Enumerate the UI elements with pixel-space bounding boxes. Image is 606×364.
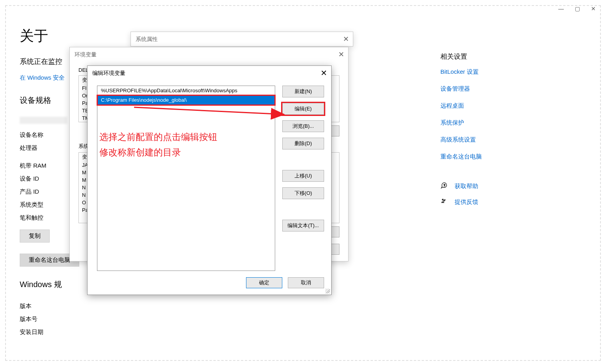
resize-grip-icon[interactable] [325, 289, 330, 293]
edit-footer-buttons: 确定 取消 [88, 277, 331, 295]
win-spec-list: 版本 版本号 安装日期 [20, 299, 158, 338]
link-remote[interactable]: 远程桌面 [440, 102, 559, 110]
sysprops-titlebar[interactable]: 系统属性 ✕ [131, 32, 353, 46]
link-advanced[interactable]: 高级系统设置 [440, 136, 559, 144]
related-heading: 相关设置 [440, 52, 559, 61]
env-titlebar[interactable]: 环境变量 ✕ [70, 47, 348, 62]
move-up-button[interactable]: 上移(U) [282, 170, 324, 182]
give-feedback-link[interactable]: 提供反馈 [440, 198, 559, 206]
svg-text:?: ? [444, 184, 445, 187]
help-icon: ? [440, 182, 448, 190]
svg-point-1 [442, 199, 444, 201]
link-bitlocker[interactable]: BitLocker 设置 [440, 68, 559, 76]
link-renamepc[interactable]: 重命名这台电脑 [440, 153, 559, 161]
cancel-button[interactable]: 取消 [288, 277, 324, 288]
edit-side-buttons: 新建(N) 编辑(E) 浏览(B)... 删除(D) 上移(U) 下移(O) 编… [282, 86, 324, 271]
edit-title: 编辑环境变量 [92, 70, 125, 76]
new-button[interactable]: 新建(N) [282, 86, 324, 97]
edit-env-var-dialog: 编辑环境变量 ✕ %USERPROFILE%\AppData\Local\Mic… [87, 65, 332, 295]
close-icon[interactable]: ✕ [343, 32, 349, 46]
window-controls: — ▢ ✕ [558, 6, 596, 12]
win-build: 版本号 [20, 312, 158, 325]
browse-button[interactable]: 浏览(B)... [282, 120, 324, 132]
edit-titlebar[interactable]: 编辑环境变量 ✕ [88, 66, 331, 80]
link-devmgr[interactable]: 设备管理器 [440, 85, 559, 93]
help-label: 获取帮助 [455, 183, 478, 190]
edit-button[interactable]: 编辑(E) [282, 103, 324, 115]
path-listbox[interactable]: %USERPROFILE%\AppData\Local\Microsoft\Wi… [97, 86, 275, 271]
copy-button[interactable]: 复制 [20, 230, 50, 243]
sysprops-title: 系统属性 [136, 36, 158, 42]
delete-button[interactable]: 删除(D) [282, 138, 324, 149]
close-icon[interactable]: ✕ [591, 6, 596, 12]
win-install-date: 安装日期 [20, 325, 158, 338]
maximize-icon[interactable]: ▢ [575, 6, 580, 12]
close-icon[interactable]: ✕ [338, 47, 344, 62]
move-down-button[interactable]: 下移(O) [282, 187, 324, 199]
list-item-selected[interactable]: C:\Program Files\nodejs\node_global\ [97, 95, 275, 105]
get-help-link[interactable]: ? 获取帮助 [440, 182, 559, 190]
close-icon[interactable]: ✕ [321, 66, 327, 80]
env-title: 环境变量 [75, 51, 97, 58]
edit-text-button[interactable]: 编辑文本(T)... [282, 220, 324, 231]
minimize-icon[interactable]: — [558, 6, 564, 12]
blurred-name [20, 117, 67, 124]
win-version: 版本 [20, 299, 158, 312]
system-properties-dialog: 系统属性 ✕ [131, 32, 353, 47]
link-sysprotect[interactable]: 系统保护 [440, 119, 559, 127]
feedback-icon [440, 198, 448, 206]
feedback-label: 提供反馈 [455, 198, 478, 206]
ok-button[interactable]: 确定 [246, 277, 282, 288]
list-item[interactable]: %USERPROFILE%\AppData\Local\Microsoft\Wi… [97, 86, 275, 95]
